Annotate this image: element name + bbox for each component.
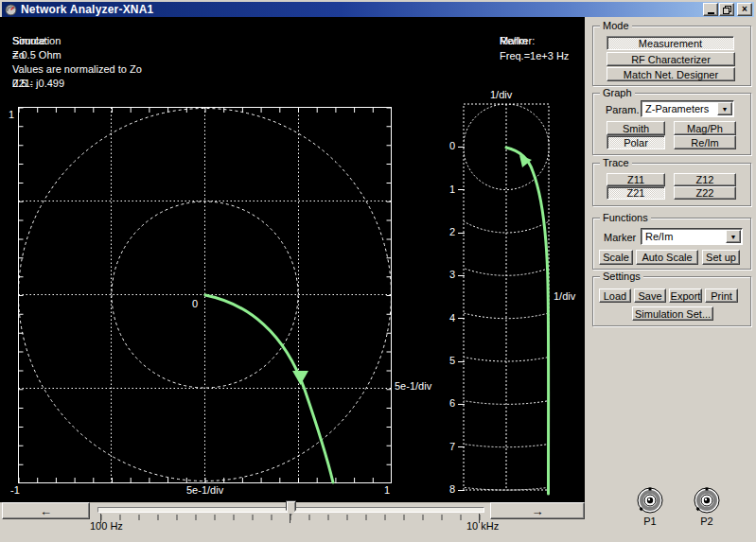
param-label: Param.: [606, 104, 639, 115]
arrow-right-icon: →: [532, 504, 544, 518]
simulation-set-button[interactable]: Simulation Set...: [632, 306, 713, 321]
close-icon: ×: [742, 5, 747, 14]
network-analyzer-window: { "window": { "title": "Network Analyzer…: [0, 0, 756, 542]
z22-button[interactable]: Z22: [674, 186, 736, 200]
save-button[interactable]: Save: [634, 288, 666, 303]
minimize-button[interactable]: [703, 3, 718, 16]
trace-group: Trace Z11 Z12 Z21 Z22: [592, 163, 751, 206]
auto-scale-button[interactable]: Auto Scale: [636, 250, 698, 265]
chevron-down-icon[interactable]: ▼: [726, 230, 741, 243]
functions-group-title: Functions: [600, 212, 651, 223]
magph-button[interactable]: Mag/Ph: [674, 121, 736, 135]
z11-button[interactable]: Z11: [607, 173, 665, 186]
chevron-down-icon[interactable]: ▼: [717, 102, 732, 115]
scale-button[interactable]: Scale: [599, 250, 633, 265]
mode-group-title: Mode: [600, 20, 632, 31]
rf-characterizer-button[interactable]: RF Characterizer: [607, 52, 735, 66]
bnc-connector-icon: [622, 487, 678, 515]
load-button[interactable]: Load: [599, 288, 631, 303]
freq-min-label: 100 Hz: [90, 520, 123, 532]
restore-icon: [723, 6, 731, 14]
port-p2-label: P2: [678, 516, 735, 527]
print-button[interactable]: Print: [705, 288, 738, 303]
trace-group-title: Trace: [600, 157, 632, 168]
functions-group: Functions Marker Re/Im ▼ Scale Auto Scal…: [592, 218, 751, 270]
freq-max-label: 10 kHz: [466, 520, 499, 532]
settings-group-title: Settings: [600, 271, 643, 282]
param-dropdown[interactable]: Z-Parameters ▼: [641, 100, 734, 117]
graph-group: Graph Param. Z-Parameters ▼ Smith Mag/Ph…: [592, 93, 751, 155]
export-button[interactable]: Export: [669, 288, 702, 303]
bnc-connector-icon: [678, 487, 735, 515]
marker-dropdown[interactable]: Re/Im ▼: [641, 228, 743, 245]
settings-group: Settings Load Save Export Print Simulati…: [592, 276, 751, 326]
restore-button[interactable]: [719, 3, 734, 16]
mode-group: Mode Measurement RF Characterizer Match …: [592, 26, 751, 86]
smith-button[interactable]: Smith: [607, 121, 665, 135]
minimize-icon: [708, 12, 714, 14]
measurement-button[interactable]: Measurement: [607, 36, 734, 50]
z12-button[interactable]: Z12: [674, 173, 736, 186]
port-p2: P2: [678, 487, 735, 527]
polar-button[interactable]: Polar: [607, 135, 665, 149]
close-button[interactable]: ×: [737, 3, 752, 16]
set-up-button[interactable]: Set up: [702, 250, 740, 265]
reim-button[interactable]: Re/Im: [674, 135, 736, 149]
freq-scroll-right-button[interactable]: →: [490, 502, 585, 519]
graph-group-title: Graph: [600, 87, 635, 98]
marker-label: Marker: [604, 232, 636, 243]
freq-slider-ticks: [0, 0, 585, 530]
port-p1: P1: [622, 487, 678, 527]
port-p1-label: P1: [622, 516, 678, 527]
match-net-designer-button[interactable]: Match Net. Designer: [607, 67, 735, 81]
z21-button[interactable]: Z21: [607, 186, 665, 200]
